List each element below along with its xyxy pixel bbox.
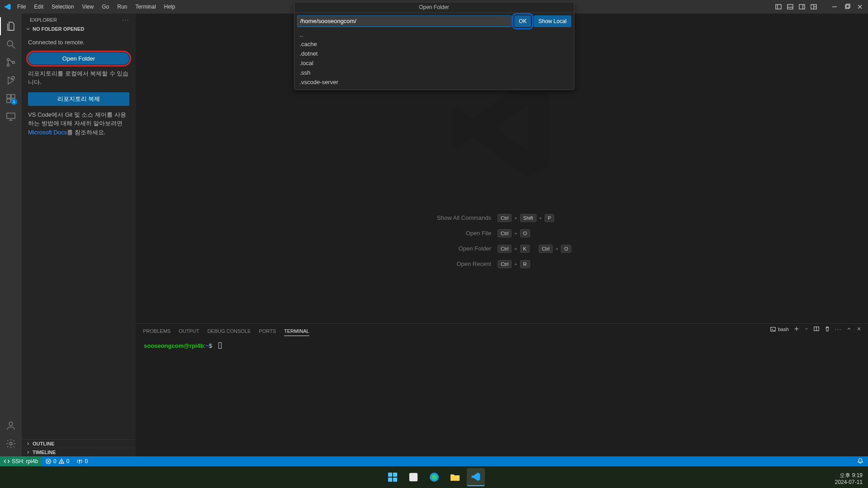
svg-point-35 (9, 442, 12, 445)
activity-explorer[interactable] (0, 17, 22, 35)
menu-file[interactable]: File (14, 2, 29, 12)
panel-maximize-icon[interactable] (846, 326, 852, 332)
shortcut-row: Open File Ctrl+ O (432, 229, 571, 237)
menu-run[interactable]: Run (114, 2, 131, 12)
svg-point-47 (61, 462, 62, 463)
ok-button[interactable]: OK (514, 15, 531, 27)
status-bar: SSH: rpi4b 0 0 0 (0, 456, 868, 466)
folder-list-item[interactable]: .dotnet (297, 49, 571, 58)
minimize-icon[interactable] (830, 2, 839, 11)
chevron-right-icon (25, 441, 31, 446)
timeline-header[interactable]: TIMELINE (22, 448, 136, 456)
taskbar-vscode[interactable] (467, 468, 485, 486)
status-remote[interactable]: SSH: rpi4b (0, 456, 42, 466)
taskbar-edge[interactable] (425, 468, 443, 486)
activity-accounts[interactable] (0, 417, 22, 435)
svg-point-6 (432, 474, 437, 480)
status-notifications-icon[interactable] (857, 459, 863, 465)
activity-settings[interactable] (0, 435, 22, 453)
activity-extensions[interactable]: 1 (0, 90, 22, 108)
sidebar-title: EXPLORER (30, 17, 57, 23)
menu-view[interactable]: View (78, 2, 97, 12)
microsoft-docs-link[interactable]: Microsoft Docs (28, 129, 67, 136)
kill-terminal-icon[interactable] (824, 326, 830, 333)
toggle-secondary-sidebar-icon[interactable] (797, 2, 806, 11)
folder-list: .. .cache .dotnet .local .ssh .vscode-se… (294, 30, 574, 90)
gear-icon (5, 438, 16, 449)
customize-layout-icon[interactable] (809, 2, 818, 11)
outline-header[interactable]: OUTLINE (22, 440, 136, 448)
panel-close-icon[interactable] (856, 326, 862, 332)
shortcut-row: Open Folder Ctrl+ K Ctrl+ O (432, 245, 571, 253)
toggle-primary-sidebar-icon[interactable] (774, 2, 783, 11)
taskbar-explorer[interactable] (446, 468, 464, 486)
dialog-title: Open Folder (294, 2, 574, 13)
svg-rect-18 (846, 4, 850, 8)
close-icon[interactable] (855, 2, 864, 11)
run-debug-icon (5, 75, 16, 86)
svg-rect-9 (787, 5, 793, 9)
menu-go[interactable]: Go (98, 2, 113, 12)
taskbar-search[interactable] (404, 468, 422, 486)
svg-rect-3 (393, 478, 397, 482)
menu-terminal[interactable]: Terminal (132, 2, 159, 12)
terminal-user: sooseongcom@rpi4b (144, 342, 204, 349)
folder-list-item[interactable]: .ssh (297, 68, 571, 77)
new-terminal-icon[interactable] (793, 326, 800, 333)
source-control-icon (5, 57, 16, 68)
activity-remote-explorer[interactable] (0, 108, 22, 126)
clone-hint: 리포지토리를 로컬에서 복제할 수 있습니다. (28, 69, 129, 87)
svg-rect-17 (845, 5, 849, 9)
search-icon (5, 39, 16, 50)
activity-search[interactable] (0, 35, 22, 53)
panel-tab-output[interactable]: OUTPUT (179, 327, 199, 336)
bell-icon (857, 458, 863, 464)
panel-tab-problems[interactable]: PROBLEMS (143, 327, 171, 336)
folder-list-item[interactable]: .vscode-server (297, 77, 571, 87)
docs-text: VS Code에서 Git 및 소스 제어를 사용하는 방법에 대해 자세히 알… (28, 110, 129, 137)
svg-point-23 (7, 59, 9, 61)
show-local-button[interactable]: Show Local (534, 15, 571, 27)
folder-list-item[interactable]: .cache (297, 39, 571, 49)
split-terminal-icon[interactable] (813, 326, 820, 333)
antenna-icon (76, 458, 83, 464)
svg-rect-31 (7, 113, 15, 118)
svg-rect-36 (771, 327, 776, 332)
taskbar-clock[interactable]: 오후 9:19 2024-07-11 (835, 472, 863, 486)
sidebar-more-icon[interactable]: ··· (123, 17, 129, 23)
menu-bar: File Edit Selection View Go Run Terminal… (14, 2, 179, 12)
extensions-badge: 1 (11, 99, 17, 105)
menu-edit[interactable]: Edit (30, 2, 47, 12)
maximize-icon[interactable] (843, 2, 852, 11)
sidebar-section-label: NO FOLDER OPENED (33, 26, 84, 32)
panel-tab-debug[interactable]: DEBUG CONSOLE (207, 327, 251, 336)
folder-list-item[interactable]: .. (297, 30, 571, 39)
account-icon (5, 420, 16, 431)
panel-more-icon[interactable]: ··· (835, 327, 842, 332)
activity-run[interactable] (0, 71, 22, 90)
svg-rect-28 (7, 99, 10, 103)
sidebar-section-header[interactable]: NO FOLDER OPENED (22, 24, 136, 33)
taskbar-start[interactable] (384, 468, 402, 486)
svg-point-21 (7, 41, 13, 46)
status-ports[interactable]: 0 (73, 458, 91, 464)
clone-repo-button[interactable]: 리포지토리 복제 (28, 92, 129, 106)
svg-rect-4 (409, 473, 417, 481)
menu-help[interactable]: Help (161, 2, 179, 12)
svg-rect-2 (388, 478, 392, 482)
svg-rect-1 (393, 473, 397, 477)
svg-rect-30 (11, 95, 15, 98)
terminal-dropdown-icon[interactable] (804, 327, 809, 332)
panel-tab-terminal[interactable]: TERMINAL (284, 327, 309, 336)
panel-tab-ports[interactable]: PORTS (259, 327, 276, 336)
status-problems[interactable]: 0 0 (42, 458, 73, 464)
menu-selection[interactable]: Selection (48, 2, 77, 12)
toggle-panel-icon[interactable] (786, 2, 795, 11)
terminal-shell-label[interactable]: bash (770, 326, 789, 332)
activity-scm[interactable] (0, 53, 22, 71)
terminal-body[interactable]: sooseongcom@rpi4b:~$ (136, 336, 868, 355)
panel: PROBLEMS OUTPUT DEBUG CONSOLE PORTS TERM… (136, 323, 868, 456)
folder-list-item[interactable]: .local (297, 58, 571, 68)
open-folder-button[interactable]: Open Folder (28, 52, 129, 65)
folder-path-input[interactable] (297, 15, 512, 27)
